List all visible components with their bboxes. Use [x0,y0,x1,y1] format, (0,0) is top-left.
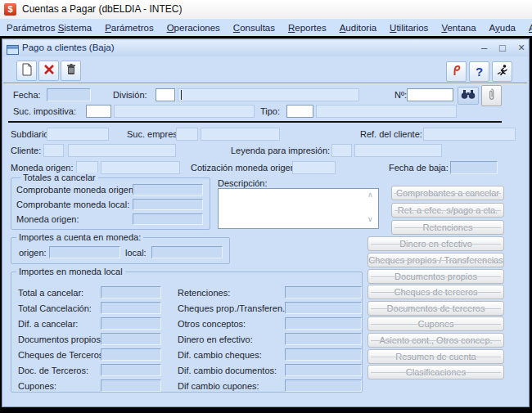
cheques-propios-button[interactable]: Cheques propios / Transferencias [367,253,504,267]
scroll-down-icon[interactable]: ∨ [367,216,373,223]
app-titlebar: $ Cuentas a Pagar (dbELDIA - INTEC) [0,0,532,18]
importe-field [101,364,161,376]
dinero-efectivo-label: Dinero en efectivo: [178,334,253,345]
app-title: Cuentas a Pagar (dbELDIA - INTEC) [22,3,182,15]
menu-ventana[interactable]: Ventana [441,23,476,33]
importe-field [151,246,223,258]
red-hook-icon [452,64,462,80]
menu-auditoria[interactable]: Auditoria [340,23,376,33]
importe-field [101,379,161,392]
maximize-button[interactable]: □ [499,42,506,54]
importe-field [101,302,161,314]
cliente-code-field [43,144,64,157]
fecha-label: Fecha: [13,90,41,101]
cheques-prop-label: Cheques prop./Transferen.: [178,303,287,314]
scroll-up-icon[interactable]: ∧ [367,191,373,199]
attachment-button[interactable] [481,85,502,106]
child-window-title: Pago a clientes (Baja) [22,43,115,52]
pending-button[interactable] [446,61,467,82]
local-label: local: [125,248,147,258]
retenciones-label: Retenciones: [178,288,230,299]
documentos-propios-button[interactable]: Documentos propios [367,269,504,284]
moneda-origen-desc-field [101,161,180,174]
toolbar-separator [3,83,527,84]
importes-local-title: Importes en moneda local [16,267,125,276]
trash-icon [65,63,77,79]
asiento-cont-button[interactable]: Asiento cont., Otros concep. [367,333,504,348]
importe-field [285,317,362,330]
cupones-label: Cupones: [18,381,56,392]
menu-ate[interactable]: Ate [529,23,532,33]
new-record-button[interactable] [16,61,37,81]
menubar: Parámetros Sistema Parámetros Operacione… [0,18,532,36]
fecha-baja-field [450,161,498,174]
importe-field [101,286,161,299]
exit-button[interactable] [492,61,512,82]
paperclip-icon [487,88,496,105]
tipo-desc-field [316,105,457,118]
fecha-baja-label: Fecha de baja: [389,163,449,173]
cotizacion-label: Cotización moneda origen: [191,163,298,173]
suc-impositiva-label: Suc. impositiva: [13,106,76,117]
cheques-terceros-label: Cheques de Terceros: [18,350,106,361]
cancel-button[interactable] [38,61,59,81]
dinero-efectivo-button[interactable]: Dinero en efectivo [367,236,504,251]
menu-utilitarios[interactable]: Utilitarios [390,23,428,33]
documentos-propios-label: Documentos propios: [18,334,103,345]
importe-field [285,379,362,392]
ref-cliente-field [423,128,516,141]
delete-button[interactable] [61,61,81,81]
dif-cambio-cupones-label: Dif cambio cupones: [178,381,259,392]
subdiario-label: Subdiario: [11,129,52,140]
menu-ayuda[interactable]: Ayuda [489,23,516,33]
menu-consultas[interactable]: Consultas [233,23,275,33]
comprobantes-cancelar-button[interactable]: Comprobantes a cancelar [391,186,504,200]
search-button[interactable] [458,87,479,105]
resumen-cuenta-button[interactable]: Resumen de cuenta [367,349,504,364]
suc-empresa-code-field [176,128,198,141]
cliente-desc-field [68,144,176,157]
ref-cliente-label: Ref. del cliente: [360,129,422,140]
tipo-code-field[interactable] [286,105,313,118]
descripcion-textarea[interactable] [218,188,379,229]
nro-label: Nº: [394,90,407,101]
menu-parametros-sistema[interactable]: Parámetros Sistema [7,23,92,33]
importe-field [133,199,203,210]
importe-field [133,184,203,195]
menu-operaciones[interactable]: Operaciones [167,23,220,33]
ret-efec-button[interactable]: Ret. a efec. s/pago a cta. [391,203,504,218]
leyenda-label: Leyenda para impresión: [231,146,330,156]
nro-field[interactable] [407,88,453,101]
binoculars-icon [461,88,476,103]
menu-reportes[interactable]: Reportes [288,23,327,33]
otros-conceptos-label: Otros conceptos: [178,319,246,330]
cliente-label: Cliente: [11,146,41,156]
doc-terceros-label: Doc. de Terceros: [18,366,88,376]
form-window-icon [7,43,19,58]
importe-field [49,246,120,258]
fecha-field [47,88,91,101]
clasificaciones-button[interactable]: Clasificaciones [367,365,504,379]
cupones-button[interactable]: Cupones [367,316,504,331]
total-cancelacion-label: Total Cancelación: [18,303,92,314]
suc-impositiva-code-field[interactable] [86,105,111,118]
menu-parametros[interactable]: Parámetros [105,23,153,33]
comprobante-mo-label: Comprobante moneda origen: [16,185,136,195]
help-button[interactable]: ? [469,61,489,82]
division-code-field[interactable] [156,88,175,101]
close-button[interactable]: × [518,42,525,54]
new-document-icon [20,63,34,79]
importe-field [285,333,362,345]
retenciones-button[interactable]: Retenciones [391,220,504,235]
dif-cambio-documentos-label: Dif. cambio documentos: [178,366,277,376]
importes-cuenta-title: Importes a cuenta en moneda: [16,232,143,242]
leyenda-desc-field [354,144,442,157]
red-x-icon [43,64,55,79]
running-person-icon [495,64,510,80]
tipo-label: Tipo: [260,106,280,117]
dif-cambio-cheques-label: Dif. cambio cheques: [178,350,262,361]
leyenda-code-field [331,144,352,157]
documentos-terceros-button[interactable]: Documentos de terceros [367,301,504,316]
minimize-button[interactable]: – [481,42,487,54]
cheques-terceros-button[interactable]: Cheques de terceros [367,285,504,299]
